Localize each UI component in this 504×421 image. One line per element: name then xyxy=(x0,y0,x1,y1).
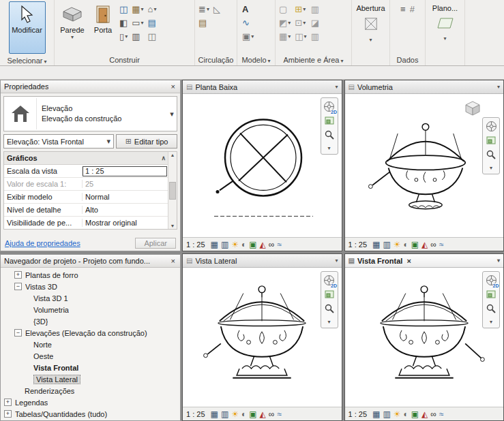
separador-ambiente-button[interactable]: ▥ xyxy=(311,3,319,15)
zoom-icon[interactable] xyxy=(325,130,334,141)
visual-style-icon[interactable]: ▥ xyxy=(221,410,228,418)
sun-path-icon[interactable]: ☀ xyxy=(231,410,239,418)
drawing-area[interactable]: 2D ▾ xyxy=(183,94,342,237)
reveal-hidden-icon[interactable]: ≈ xyxy=(277,240,282,249)
zoom-region-icon[interactable] xyxy=(486,290,496,300)
rampa-button[interactable]: ◺ xyxy=(213,3,220,15)
browser-item-vista-3d-1[interactable]: Vista 3D 1 xyxy=(1,292,180,304)
ambiente-tools-button[interactable]: ▦▾ xyxy=(279,31,291,42)
steering-wheel-icon[interactable]: 2D xyxy=(323,275,335,286)
properties-header[interactable]: Propriedades × xyxy=(1,80,180,93)
shadows-icon[interactable]: ◐ xyxy=(241,410,246,418)
crop-region-icon[interactable]: ▣ xyxy=(249,410,256,418)
browser-item-oeste[interactable]: Oeste xyxy=(1,350,180,362)
zoom-region-icon[interactable] xyxy=(325,116,334,126)
browser-item-renderizacoes[interactable]: Renderizações xyxy=(1,385,180,396)
aplicar-button[interactable]: Aplicar xyxy=(135,238,176,249)
componente-button[interactable]: ▦▾ xyxy=(132,3,143,15)
zoom-icon[interactable] xyxy=(486,304,496,315)
sun-path-icon[interactable]: ☀ xyxy=(231,240,239,249)
navbar-menu-icon[interactable]: ▾ xyxy=(490,319,492,325)
detail-level-icon[interactable]: ▦ xyxy=(372,240,380,249)
close-icon[interactable]: × xyxy=(405,257,412,265)
browser-item-vista-lateral[interactable]: Vista Lateral xyxy=(1,373,180,385)
navbar-menu-icon[interactable]: ▾ xyxy=(490,165,492,171)
browser-item-3d[interactable]: {3D} xyxy=(1,315,180,327)
close-icon[interactable]: × xyxy=(170,257,177,265)
visual-style-icon[interactable]: ▥ xyxy=(383,410,390,418)
browser-item-volumetria[interactable]: Volumetria xyxy=(1,304,180,315)
abertura-button[interactable]: Abertura ▾ xyxy=(354,1,387,43)
viewport-volumetria[interactable]: ▤ Volumetria ▾ xyxy=(344,80,504,251)
browser-item-vista-frontal[interactable]: Vista Frontal xyxy=(1,362,180,373)
navbar-menu-icon[interactable]: ▾ xyxy=(327,145,330,151)
expand-icon[interactable]: + xyxy=(14,271,22,279)
viewport-planta-baixa[interactable]: ▤ Planta Baixa ▾ 2D xyxy=(182,80,342,251)
viewport-vista-lateral[interactable]: ▤ Vista Lateral ▾ xyxy=(182,253,342,421)
navigation-bar[interactable]: ▾ xyxy=(482,117,500,174)
drawing-area[interactable]: 2D ▾ xyxy=(345,268,504,407)
navigation-bar[interactable]: 2D ▾ xyxy=(482,271,500,328)
editar-tipo-button[interactable]: ⊞ Editar tipo xyxy=(116,134,177,149)
crop-visibility-icon[interactable]: ◭ xyxy=(421,410,428,418)
collapse-icon[interactable]: − xyxy=(14,283,22,290)
eixo-button[interactable]: # xyxy=(410,3,415,15)
navbar-menu-icon[interactable]: ▾ xyxy=(327,319,330,325)
steering-wheel-icon[interactable]: 2D xyxy=(323,101,335,112)
exibir-modelo-value[interactable]: Normal xyxy=(83,193,168,201)
montante-button[interactable]: ◫ xyxy=(148,31,157,42)
identificar-area-button[interactable]: ⊡▾ xyxy=(295,17,306,29)
drawing-area[interactable]: 2D ▾ xyxy=(183,268,342,407)
chevron-down-icon[interactable]: ▾ xyxy=(167,110,177,119)
scale-button[interactable]: 1 : 25 xyxy=(349,410,370,418)
detail-level-icon[interactable]: ▦ xyxy=(372,410,380,418)
limite-area-button[interactable]: ◪ xyxy=(311,17,319,29)
crop-visibility-icon[interactable]: ◭ xyxy=(421,240,428,249)
reveal-hidden-icon[interactable]: ≈ xyxy=(439,240,444,249)
panel-label-selecionar[interactable]: Selecionar▾ xyxy=(0,55,54,66)
panel-label-modelo[interactable]: Modelo▾ xyxy=(237,54,275,65)
view-menu-icon[interactable]: ▾ xyxy=(497,258,500,264)
scrollbar-thumb[interactable] xyxy=(169,182,176,200)
scale-button[interactable]: 1 : 25 xyxy=(349,240,370,249)
view-menu-icon[interactable]: ▾ xyxy=(335,84,338,90)
steering-wheel-icon[interactable] xyxy=(486,121,497,132)
panel-label-circulacao[interactable]: Circulação xyxy=(195,54,237,65)
expand-icon[interactable]: + xyxy=(4,399,12,406)
temporary-hide-icon[interactable]: ∞ xyxy=(269,410,275,418)
corrimao-button[interactable]: ≣▾ xyxy=(198,3,209,15)
steering-wheel-icon[interactable]: 2D xyxy=(486,275,497,286)
area-tools-button[interactable]: ◫▾ xyxy=(295,31,306,42)
panel-label-abertura[interactable] xyxy=(352,54,389,65)
navigation-bar[interactable]: 2D ▾ xyxy=(321,97,338,155)
janela-button[interactable]: ◫ xyxy=(119,3,128,15)
crop-region-icon[interactable]: ▣ xyxy=(411,240,419,249)
ambiente-button[interactable]: ▢ xyxy=(279,3,291,15)
sun-path-icon[interactable]: ☀ xyxy=(394,410,401,418)
temporary-hide-icon[interactable]: ∞ xyxy=(430,240,436,249)
browser-item-elevacoes[interactable]: −Elevações (Elevação da construção) xyxy=(1,327,180,339)
close-icon[interactable]: × xyxy=(170,82,177,91)
identificar-ambiente-button[interactable]: ⊞▾ xyxy=(295,3,306,15)
detail-level-icon[interactable]: ▦ xyxy=(211,240,218,249)
eixo-cortina-button[interactable]: ▥ xyxy=(132,31,143,42)
detail-level-icon[interactable]: ▦ xyxy=(211,410,218,418)
visual-style-icon[interactable]: ▥ xyxy=(221,240,228,249)
scale-button[interactable]: 1 : 25 xyxy=(186,240,208,249)
sun-path-icon[interactable]: ☀ xyxy=(394,240,401,249)
viewport-titlebar[interactable]: ▤ Planta Baixa ▾ xyxy=(183,80,342,94)
browser-item-plantas-de-forro[interactable]: +Plantas de forro xyxy=(1,269,180,281)
viewport-titlebar[interactable]: ▤ Vista Frontal × ▾ xyxy=(345,254,504,268)
panel-label-plano[interactable] xyxy=(426,54,464,65)
panel-label-construir[interactable]: Construir xyxy=(55,54,194,65)
browser-header[interactable]: Navegador de projeto - Projeto com fundo… xyxy=(1,255,180,268)
view-cube[interactable] xyxy=(464,99,481,117)
browser-item-legendas[interactable]: +Legendas xyxy=(1,396,180,408)
plano-button[interactable]: Plano... ▾ xyxy=(428,1,462,42)
reveal-hidden-icon[interactable]: ≈ xyxy=(277,410,282,418)
crop-visibility-icon[interactable]: ◭ xyxy=(260,240,266,249)
crop-region-icon[interactable]: ▣ xyxy=(411,410,419,418)
scale-button[interactable]: 1 : 25 xyxy=(186,410,208,418)
section-graficos[interactable]: Gráficos ∧ xyxy=(4,152,168,165)
navigation-bar[interactable]: 2D ▾ xyxy=(321,271,338,328)
